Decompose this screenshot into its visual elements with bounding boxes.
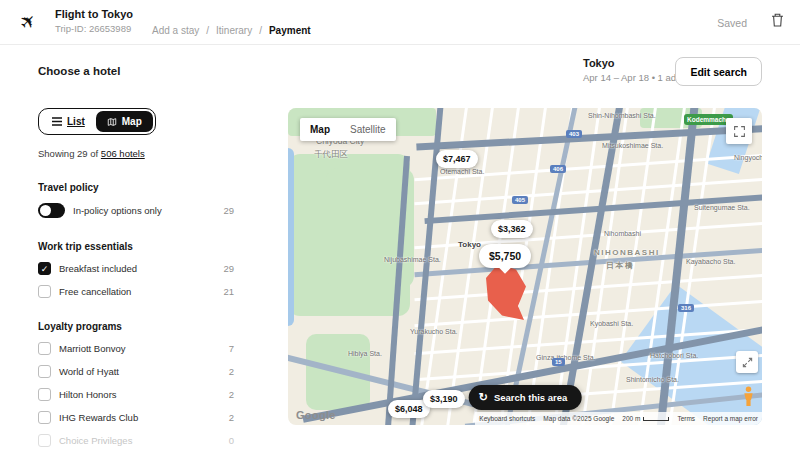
filters-sidebar: List Map Showing 29 of 506 hotels Travel… bbox=[38, 108, 234, 449]
map-label: Ginza-itchome Sta. bbox=[536, 354, 596, 361]
map-label: Shintomicho Sta. bbox=[626, 376, 679, 383]
search-this-area-button[interactable]: ↻ Search this area bbox=[469, 385, 582, 410]
map-label: Ningyocho Sta. bbox=[734, 154, 762, 161]
terms-link[interactable]: Terms bbox=[673, 412, 699, 425]
filter-choice-privileges: Choice Privileges 0 bbox=[38, 434, 234, 447]
checkbox-icon[interactable] bbox=[38, 365, 51, 378]
filter-label: IHG Rewards Club bbox=[59, 412, 138, 423]
map-label: Nihombashi bbox=[604, 230, 641, 237]
list-view-label: List bbox=[67, 116, 85, 127]
breadcrumb-separator: / bbox=[259, 25, 262, 36]
map-icon bbox=[107, 117, 117, 127]
map-attribution: Keyboard shortcuts Map data ©2025 Google… bbox=[475, 412, 762, 425]
map-scale: 200 m bbox=[618, 412, 673, 425]
road-number-badge: 316 bbox=[678, 304, 694, 312]
map-data-credit: Map data ©2025 Google bbox=[539, 412, 618, 425]
map-type-control: Map Satellite bbox=[300, 118, 396, 141]
in-policy-label: In-policy options only bbox=[73, 205, 162, 216]
filter-free-cancellation[interactable]: Free cancellation 21 bbox=[38, 285, 234, 298]
filter-count: 21 bbox=[223, 286, 234, 297]
search-this-area-label: Search this area bbox=[494, 392, 567, 403]
checkbox-icon[interactable] bbox=[38, 342, 51, 355]
breadcrumb-itinerary[interactable]: Itinerary bbox=[216, 25, 252, 36]
road-number-badge: 403 bbox=[566, 130, 582, 138]
airline-logo-icon: ✈ bbox=[14, 8, 42, 36]
filter-marriott-bonvoy[interactable]: Marriott Bonvoy 7 bbox=[38, 342, 234, 355]
trip-id: Trip-ID: 26653989 bbox=[55, 23, 133, 34]
filter-count: 0 bbox=[229, 435, 234, 446]
breadcrumb-payment[interactable]: Payment bbox=[269, 25, 311, 36]
google-logo[interactable]: Google bbox=[296, 409, 336, 421]
filter-label: Breakfast included bbox=[59, 263, 137, 274]
pan-control-button[interactable] bbox=[736, 351, 758, 373]
filter-count: 2 bbox=[229, 389, 234, 400]
checkbox-icon bbox=[38, 434, 51, 447]
scale-label: 200 m bbox=[622, 415, 640, 422]
essentials-heading: Work trip essentials bbox=[38, 241, 234, 252]
destination-name: Tokyo bbox=[583, 57, 686, 69]
in-policy-toggle-row: In-policy options only 29 bbox=[38, 203, 234, 218]
trip-title: Flight to Tokyo bbox=[55, 8, 133, 20]
report-map-error-link[interactable]: Report a map error bbox=[699, 412, 762, 425]
checkbox-icon[interactable] bbox=[38, 285, 51, 298]
filter-breakfast-included[interactable]: ✓ Breakfast included 29 bbox=[38, 262, 234, 275]
edit-search-button[interactable]: Edit search bbox=[675, 57, 762, 86]
hotel-price-marker[interactable]: $7,467 bbox=[436, 150, 478, 168]
map-label: Nijubashimae Sta. bbox=[384, 256, 441, 263]
map-label: Shin-Nihombashi Sta. bbox=[588, 112, 656, 119]
diagonal-arrows-icon bbox=[742, 357, 753, 368]
filter-count: 7 bbox=[229, 343, 234, 354]
hotel-price-marker[interactable]: $5,750 bbox=[479, 244, 531, 268]
toggle-knob bbox=[40, 205, 51, 216]
in-policy-toggle[interactable] bbox=[38, 203, 65, 218]
filter-label: Hilton Honors bbox=[59, 389, 117, 400]
filter-label: Choice Privileges bbox=[59, 435, 132, 446]
hotel-price-marker[interactable]: $3,190 bbox=[423, 390, 465, 408]
map-view-label: Map bbox=[122, 116, 142, 127]
map-label: 千代田区 bbox=[314, 149, 348, 161]
map-type-satellite-button[interactable]: Satellite bbox=[340, 118, 396, 141]
refresh-icon: ↻ bbox=[479, 392, 488, 403]
checkbox-checked-icon[interactable]: ✓ bbox=[38, 262, 51, 275]
results-count-link[interactable]: 506 hotels bbox=[101, 148, 145, 159]
filter-hilton-honors[interactable]: Hilton Honors 2 bbox=[38, 388, 234, 401]
search-dates: Apr 14 – Apr 18 • 1 adult bbox=[583, 72, 686, 83]
filter-ihg-rewards-club[interactable]: IHG Rewards Club 2 bbox=[38, 411, 234, 424]
list-view-button[interactable]: List bbox=[41, 111, 96, 132]
scale-bar bbox=[643, 417, 669, 421]
map-label: Yurakucho Sta. bbox=[410, 328, 457, 335]
map-canvas[interactable]: Map Satellite ↻ Search this area Google … bbox=[288, 108, 762, 425]
road-number-badge: 406 bbox=[550, 165, 566, 173]
map-label: Hatchobori Sta. bbox=[650, 352, 698, 359]
loyalty-heading: Loyalty programs bbox=[38, 321, 234, 332]
map-label: Otemachi Sta. bbox=[440, 168, 484, 175]
keyboard-shortcuts-link[interactable]: Keyboard shortcuts bbox=[475, 412, 539, 425]
map-label: 日本橋 bbox=[606, 260, 635, 271]
checkbox-icon[interactable] bbox=[38, 411, 51, 424]
view-toggle: List Map bbox=[38, 108, 156, 135]
breadcrumb-add-stay[interactable]: Add a stay bbox=[152, 25, 199, 36]
map-label: Kyobashi Sta. bbox=[590, 320, 633, 327]
map-type-map-button[interactable]: Map bbox=[300, 118, 340, 141]
breadcrumb: Add a stay / Itinerary / Payment bbox=[152, 25, 311, 36]
filter-label: Free cancellation bbox=[59, 286, 131, 297]
results-count: Showing 29 of 506 hotels bbox=[38, 148, 234, 159]
filter-world-of-hyatt[interactable]: World of Hyatt 2 bbox=[38, 365, 234, 378]
in-policy-count: 29 bbox=[223, 205, 234, 216]
map-view-button[interactable]: Map bbox=[96, 111, 153, 132]
filter-label: World of Hyatt bbox=[59, 366, 119, 377]
map-label: Hibiya Sta. bbox=[348, 350, 382, 357]
delete-trip-button[interactable] bbox=[771, 13, 784, 30]
saved-status: Saved bbox=[717, 17, 747, 29]
map-label: Tokyo bbox=[458, 240, 481, 249]
list-icon bbox=[52, 117, 62, 126]
fullscreen-button[interactable] bbox=[726, 118, 752, 144]
breadcrumb-separator: / bbox=[206, 25, 209, 36]
filter-count: 2 bbox=[229, 412, 234, 423]
checkbox-icon[interactable] bbox=[38, 388, 51, 401]
filter-count: 29 bbox=[223, 263, 234, 274]
trash-icon bbox=[771, 13, 784, 27]
pegman-street-view[interactable] bbox=[742, 386, 755, 410]
hotel-price-marker[interactable]: $3,362 bbox=[491, 220, 533, 238]
road-number-badge: 15 bbox=[552, 358, 565, 366]
